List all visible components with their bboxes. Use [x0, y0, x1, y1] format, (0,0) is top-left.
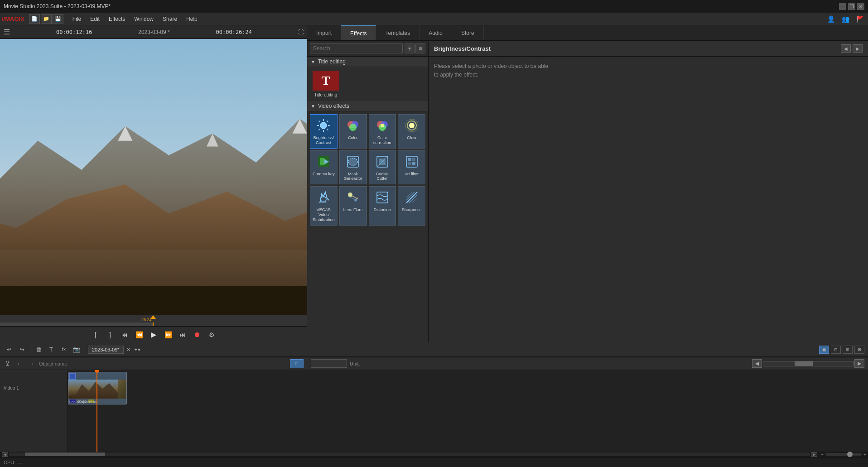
chevron-down-icon-2: ▼ [311, 104, 315, 109]
scroll-left-btn[interactable]: ◀ [2, 452, 8, 457]
open-button[interactable]: 📁 [41, 14, 52, 24]
effect-art-filter[interactable]: Art filter [398, 150, 425, 185]
track-view-2[interactable]: ⊟ [831, 346, 841, 354]
zoom-slider-thumb[interactable] [847, 452, 853, 457]
svg-point-42 [354, 199, 357, 202]
next-preset-button[interactable]: ▶ [853, 44, 863, 53]
clip-checkbox[interactable] [69, 373, 76, 380]
new-button[interactable]: 📄 [29, 14, 40, 24]
right-section: Import Effects Templates Audio Store ⊞ ≡ [307, 25, 868, 342]
title-editing-icon[interactable]: T [313, 71, 339, 91]
track-view-3[interactable]: ⊞ [843, 346, 853, 354]
timeline-nav-area: ⊻ ← → Object name □ 00:00:00:00 Unit: ◀ … [0, 357, 868, 370]
menu-window[interactable]: Window [130, 14, 158, 24]
effect-mask-generator[interactable]: Mask Generator [339, 150, 367, 185]
menu-share[interactable]: Share [158, 14, 182, 24]
delete-button[interactable]: 🗑 [33, 345, 44, 355]
section-video-label: Video effects [318, 103, 349, 109]
preview-scrollbar[interactable] [0, 323, 307, 326]
effect-color[interactable]: Color [339, 114, 367, 149]
prev-preset-button[interactable]: ◀ [841, 44, 851, 53]
close-project-tab[interactable]: ✕ [126, 347, 131, 353]
minimize-button[interactable]: — [839, 3, 846, 10]
timeline-time-input[interactable]: 00:00:00:00 [311, 359, 347, 368]
effect-distortion[interactable]: Distortion [369, 186, 396, 225]
obj-right-btn-1[interactable]: □ [290, 359, 304, 368]
undo-button[interactable]: ↩ [4, 345, 14, 355]
svg-line-13 [327, 129, 328, 130]
search-bar: ⊞ ≡ [307, 41, 428, 57]
effect-color-correction[interactable]: Color correction [369, 114, 396, 149]
save-button[interactable]: 💾 [53, 14, 63, 24]
fx-button[interactable]: fx [58, 345, 69, 355]
next-mark-button[interactable]: ⏭ [177, 329, 188, 340]
right-icons: 👤 👥 🚩 [825, 14, 866, 24]
menu-bar: // MAGIX 📄 📁 💾 File Edit Effects Window … [0, 13, 868, 25]
project-tab[interactable]: 2023-03-09* [88, 346, 124, 354]
track-view-4[interactable]: ⊠ [854, 346, 864, 354]
menu-edit[interactable]: Edit [86, 14, 104, 24]
prev-mark-button[interactable]: ⏮ [119, 329, 130, 340]
tab-import[interactable]: Import [307, 25, 341, 40]
obj-forward-button[interactable]: → [27, 359, 36, 368]
tab-templates[interactable]: Templates [376, 25, 420, 40]
effect-stabilization[interactable]: VEGAS Video Stabilization [310, 186, 338, 225]
timeline-scrollbar-h[interactable]: ◀ ▶ − + [0, 452, 868, 457]
fullscreen-icon[interactable]: ⛶ [298, 29, 304, 35]
effect-brightness[interactable]: Brightness/Contrast [310, 114, 338, 149]
effect-sharpness[interactable]: Sharpness [398, 186, 425, 225]
obj-prev-button[interactable]: ⊻ [4, 359, 12, 368]
zoom-slider[interactable] [825, 453, 862, 456]
effect-cookie-cutter[interactable]: Cookie Cutter [369, 150, 396, 185]
section-title-editing[interactable]: ▼ Title editing [307, 57, 428, 67]
h-scrollbar-track[interactable] [9, 453, 810, 456]
grid-view-icon[interactable]: ⊞ [405, 43, 415, 53]
track-content[interactable]: 00:26 Новый проект.avi [68, 370, 868, 452]
snapshot-button[interactable]: 📷 [71, 345, 82, 355]
menu-help[interactable]: Help [182, 14, 202, 24]
close-button[interactable]: ✕ [857, 3, 864, 10]
effects-scroll[interactable]: ▼ Title editing T Title editing [307, 57, 428, 342]
project-date: 2023-03-09 * [138, 29, 169, 35]
obj-back-button[interactable]: ← [14, 359, 24, 368]
record-button[interactable]: ⏺ [191, 329, 203, 340]
account-icon[interactable]: 👥 [839, 14, 852, 24]
list-view-icon[interactable]: ≡ [415, 43, 425, 53]
timeline-scroll-right[interactable]: ▶ [854, 359, 864, 368]
track-view-1[interactable]: ▣ [819, 346, 829, 354]
zoom-out-button[interactable]: − [821, 452, 824, 457]
preview-image [0, 39, 307, 323]
tab-store[interactable]: Store [452, 25, 484, 40]
preview-settings-button[interactable]: ⚙ [206, 329, 217, 340]
section-video-effects[interactable]: ▼ Video effects [307, 101, 428, 111]
fast-forward-button[interactable]: ⏩ [162, 329, 174, 340]
play-button[interactable]: ▶ [148, 329, 159, 340]
search-input[interactable] [310, 43, 403, 53]
hamburger-icon[interactable]: ☰ [4, 28, 10, 36]
effect-glow[interactable]: Glow [398, 114, 425, 149]
menu-effects[interactable]: Effects [104, 14, 130, 24]
timeline-scroll-left[interactable]: ◀ [752, 359, 762, 368]
scroll-right-btn[interactable]: ▶ [811, 452, 817, 457]
scroll-progress [0, 323, 154, 326]
flag-icon[interactable]: 🚩 [854, 14, 866, 24]
mark-out-button[interactable]: ] [104, 329, 116, 340]
tab-effects[interactable]: Effects [341, 25, 376, 40]
text-button[interactable]: T [46, 345, 57, 355]
rewind-button[interactable]: ⏪ [133, 329, 145, 340]
redo-button[interactable]: ↪ [16, 345, 27, 355]
effect-lens-flare[interactable]: Lens Flare [339, 186, 367, 225]
user-icon[interactable]: 👤 [825, 14, 837, 24]
effect-chroma-key[interactable]: Chroma key [310, 150, 338, 185]
svg-line-45 [406, 192, 417, 203]
svg-point-23 [409, 123, 415, 128]
title-editing-item[interactable]: T Title editing [311, 71, 341, 97]
menu-file[interactable]: File [68, 14, 86, 24]
add-track-button[interactable]: +▾ [135, 347, 140, 353]
maximize-button[interactable]: ❐ [848, 3, 855, 10]
mark-in-button[interactable]: [ [90, 329, 101, 340]
zoom-in-button[interactable]: + [863, 452, 866, 457]
timeline-scrollbar[interactable] [763, 361, 854, 366]
app-logo: // MAGIX [2, 15, 24, 22]
tab-audio[interactable]: Audio [420, 25, 452, 40]
